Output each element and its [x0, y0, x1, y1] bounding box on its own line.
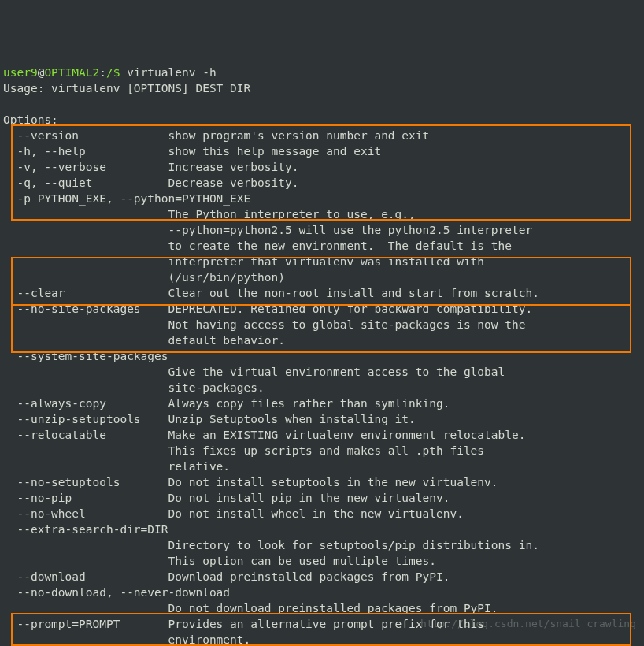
option-line: -v, --verbose Increase verbosity.	[3, 161, 298, 173]
option-line: default behavior.	[3, 334, 285, 347]
option-line: --no-wheel Do not install wheel in the n…	[3, 507, 464, 520]
option-line: The Python interpreter to use, e.g.,	[3, 208, 416, 221]
option-line: site-packages.	[3, 381, 265, 394]
option-line: (/usr/bin/python)	[3, 271, 285, 284]
usage-line: Usage: virtualenv [OPTIONS] DEST_DIR	[3, 82, 250, 95]
option-line: --extra-search-dir=DIR	[3, 523, 168, 536]
option-line: environment.	[3, 633, 250, 646]
option-line: --always-copy Always copy files rather t…	[3, 397, 450, 410]
option-line: --download Download preinstalled package…	[3, 570, 450, 583]
option-line: This fixes up scripts and makes all .pth…	[3, 444, 484, 457]
prompt-path: /	[106, 66, 113, 79]
option-line: --unzip-setuptools Unzip Setuptools when…	[3, 413, 416, 425]
option-line: --relocatable Make an EXISTING virtualen…	[3, 429, 525, 441]
option-line: --version show program's version number …	[3, 129, 429, 142]
prompt-host: OPTIMAL2	[44, 66, 99, 79]
prompt-user: user9	[3, 66, 38, 79]
option-line: --no-setuptools Do not install setuptool…	[3, 476, 498, 488]
option-line: -q, --quiet Decrease verbosity.	[3, 176, 298, 189]
option-line: -h, --help show this help message and ex…	[3, 145, 381, 158]
option-line: --clear Clear out the non-root install a…	[3, 287, 539, 299]
terminal-output: user9@OPTIMAL2:/$ virtualenv -h Usage: v…	[3, 65, 641, 646]
option-line: relative.	[3, 460, 230, 473]
command-input[interactable]: virtualenv -h	[127, 66, 217, 79]
option-line: to create the new environment. The defau…	[3, 239, 512, 252]
prompt-symbol: $	[113, 66, 120, 79]
option-line: Give the virtual environment access to t…	[3, 366, 505, 378]
option-line: --no-site-packages DEPRECATED. Retained …	[3, 303, 532, 315]
option-line: Do not download preinstalled packages fr…	[3, 602, 498, 614]
option-line: Directory to look for setuptools/pip dis…	[3, 539, 539, 551]
option-line: --system-site-packages	[3, 350, 168, 362]
option-line: --no-download, --never-download	[3, 586, 230, 599]
option-line: -p PYTHON_EXE, --python=PYTHON_EXE	[3, 192, 250, 205]
option-line: --python=python2.5 will use the python2.…	[3, 224, 532, 236]
option-line: --no-pip Do not install pip in the new v…	[3, 492, 450, 504]
option-line: This option can be used multiple times.	[3, 555, 436, 567]
prompt-colon: :	[99, 66, 106, 79]
option-line: interpreter that virtualenv was installe…	[3, 255, 484, 268]
options-header: Options:	[3, 113, 58, 126]
option-line: Not having access to global site-package…	[3, 318, 525, 331]
option-line: --prompt=PROMPT Provides an alternative …	[3, 618, 484, 630]
